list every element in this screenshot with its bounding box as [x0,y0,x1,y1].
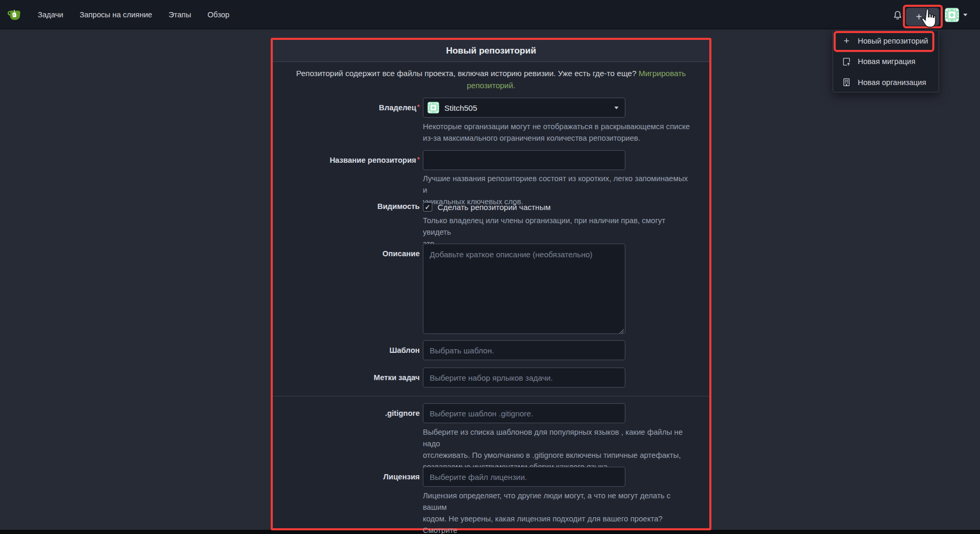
license-label: Лицензия [273,473,420,481]
notifications-bell-icon[interactable] [892,9,903,21]
resize-handle[interactable] [618,327,624,333]
private-checkbox[interactable]: ✓ [423,202,432,212]
user-menu-chevron-icon[interactable] [963,14,967,16]
description-textarea[interactable] [423,244,625,334]
form-intro-text: Репозиторий содержит все файлы проекта, … [292,67,690,91]
template-input[interactable] [423,340,625,360]
visibility-label: Видимость [273,202,420,211]
issue-labels-input[interactable] [423,368,625,388]
migrate-repository-link[interactable]: репозиторий. [467,81,516,90]
nav-pull-requests[interactable]: Запросы на слияние [80,11,152,19]
owner-value: Stitch505 [444,103,609,112]
chevron-down-icon [925,16,929,18]
repo-name-label: Название репозитория* [273,156,420,164]
owner-help: Некоторые организации могут не отображат… [423,121,691,144]
section-divider [273,396,709,396]
chevron-down-icon [614,107,619,109]
menu-item-new-organization[interactable]: Новая организация [833,72,939,93]
plus-icon: + [842,36,851,45]
intro-text: Репозиторий содержит все файлы проекта, … [296,69,636,78]
panel-header: Новый репозиторий [273,40,709,62]
screen: Задачи Запросы на слияние Этапы Обзор + [0,0,980,534]
checkmark-icon: ✓ [425,204,431,211]
license-help: Лицензия определяет, что другие люди мог… [423,490,691,534]
main-nav: Задачи Запросы на слияние Этапы Обзор [38,0,229,29]
issue-labels-label: Метки задач [273,373,420,382]
license-input[interactable] [423,467,625,487]
repo-name-input[interactable] [423,150,625,170]
nav-issues[interactable]: Задачи [38,11,63,19]
nav-milestones[interactable]: Этапы [168,11,191,19]
nav-explore[interactable]: Обзор [207,11,229,19]
gitignore-input[interactable] [423,403,625,423]
menu-item-new-repository[interactable]: + Новый репозиторий [833,30,939,51]
description-label: Описание [273,249,420,258]
gitea-logo-icon[interactable] [7,7,22,22]
user-avatar[interactable] [945,8,959,22]
owner-avatar [428,102,439,113]
required-asterisk: * [417,103,420,111]
template-label: Шаблон [273,346,420,354]
private-checkbox-label[interactable]: Сделать репозиторий частным [438,203,551,212]
gitignore-help: Выберите из списка шаблонов для популярн… [423,426,691,473]
plus-icon: + [916,12,922,22]
navbar: Задачи Запросы на слияние Этапы Обзор + [0,0,980,29]
organization-icon [842,78,851,87]
required-asterisk: * [417,156,420,163]
migrate-icon [842,57,851,66]
create-new-button[interactable]: + [906,8,939,26]
owner-label: Владелец* [273,103,420,112]
page-title: Новый репозиторий [446,46,536,56]
gitignore-label: .gitignore [273,409,420,417]
create-new-dropdown: + Новый репозиторий Новая миграция [833,30,939,92]
migrate-repository-link[interactable]: Мигрировать [638,69,686,78]
visibility-row: ✓ Сделать репозиторий частным [423,200,551,214]
menu-item-label: Новая миграция [858,57,915,66]
menu-item-new-migration[interactable]: Новая миграция [833,51,939,72]
menu-item-label: Новый репозиторий [858,37,928,45]
menu-item-label: Новая организация [858,78,926,87]
new-repository-panel: Новый репозиторий Репозиторий содержит в… [271,38,711,530]
owner-select[interactable]: Stitch505 [423,98,625,118]
